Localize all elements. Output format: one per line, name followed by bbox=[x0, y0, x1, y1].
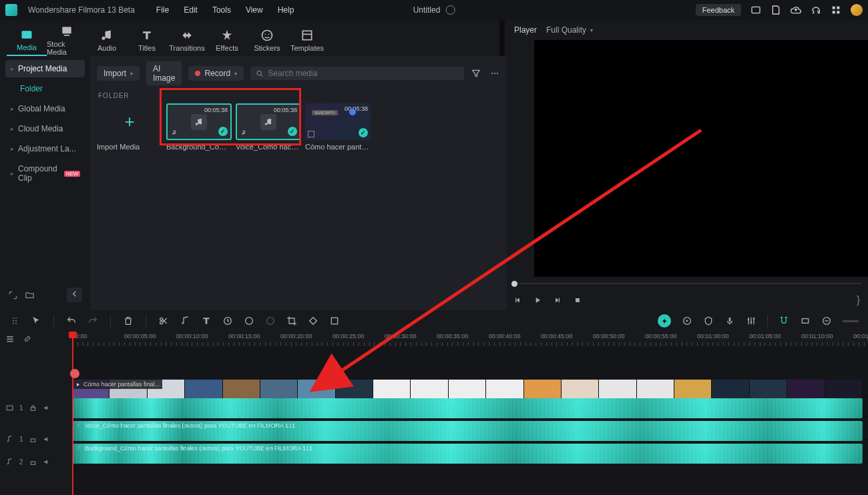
audio-track-2[interactable]: Background_Cómo hacer pantallas finales … bbox=[72, 442, 868, 462]
mute-icon[interactable] bbox=[43, 435, 51, 444]
media-card-background-audio[interactable]: 00:05:38 Background_Cómo ha... bbox=[166, 103, 232, 151]
step-forward-icon[interactable] bbox=[553, 296, 562, 305]
media-card-video[interactable]: 00:05:38 SUSCRITO Cómo hacer pantallas .… bbox=[305, 103, 371, 151]
track-manager-icon[interactable] bbox=[5, 334, 15, 344]
more-icon[interactable] bbox=[489, 68, 500, 79]
audio-track-icon bbox=[5, 435, 14, 444]
clock-icon[interactable] bbox=[244, 316, 254, 326]
lock-icon[interactable] bbox=[29, 404, 37, 412]
preview-viewport[interactable] bbox=[534, 40, 868, 277]
media-panel: Media Stock Media Audio Titles Transitio… bbox=[0, 20, 499, 310]
play-icon[interactable] bbox=[533, 296, 542, 305]
sidebar-item-project-media[interactable]: ▸Project Media bbox=[5, 60, 85, 77]
audio-track-2-header[interactable]: 2 bbox=[0, 450, 72, 473]
project-title: Untitled bbox=[413, 5, 455, 15]
keyframe-icon[interactable] bbox=[308, 316, 318, 326]
media-card-voice-audio[interactable]: 00:05:38 Voice_Cómo hacer pa... bbox=[236, 103, 301, 151]
tab-effects[interactable]: Effects bbox=[207, 24, 247, 56]
link-icon[interactable] bbox=[23, 334, 32, 344]
search-media-input[interactable] bbox=[250, 67, 464, 80]
split-icon[interactable] bbox=[158, 316, 169, 326]
tab-stock-media[interactable]: Stock Media bbox=[47, 24, 87, 56]
sidebar-item-global-media[interactable]: ▸Global Media bbox=[5, 100, 85, 117]
fit-icon[interactable] bbox=[800, 316, 811, 326]
timeline-ruler[interactable]: 00:0000:00:05:0000:00:10:0000:00:15:0000… bbox=[72, 332, 868, 346]
audio-track-1[interactable]: Voice_Cómo hacer pantallas finales (outr… bbox=[72, 420, 868, 440]
filter-icon[interactable] bbox=[471, 68, 481, 79]
color-icon[interactable] bbox=[265, 316, 276, 326]
tab-audio[interactable]: Audio bbox=[87, 24, 127, 56]
ai-button[interactable]: ✦ bbox=[658, 314, 671, 328]
feedback-button[interactable]: Feedback bbox=[696, 4, 741, 16]
tab-titles[interactable]: Titles bbox=[127, 24, 167, 56]
marker-icon[interactable] bbox=[703, 316, 714, 326]
timeline-tracks[interactable]: 00:0000:00:05:0000:00:10:0000:00:15:0000… bbox=[72, 332, 868, 495]
lock-icon[interactable] bbox=[29, 435, 37, 444]
lock-icon[interactable] bbox=[29, 458, 37, 466]
import-media-card[interactable]: + Import Media bbox=[97, 103, 162, 151]
layout-icon[interactable] bbox=[750, 5, 761, 15]
svg-point-30 bbox=[753, 318, 755, 320]
search-field[interactable] bbox=[268, 69, 459, 78]
zoom-slider[interactable] bbox=[843, 320, 859, 322]
mute-icon[interactable] bbox=[43, 404, 51, 412]
menu-edit[interactable]: Edit bbox=[184, 5, 198, 15]
text-icon[interactable] bbox=[201, 316, 212, 326]
audio-clip-background[interactable]: Background_Cómo hacer pantallas finales … bbox=[72, 444, 863, 464]
player-scrubber[interactable] bbox=[505, 277, 868, 290]
tab-stickers[interactable]: Stickers bbox=[247, 24, 287, 56]
menu-view[interactable]: View bbox=[246, 5, 263, 15]
render-icon[interactable] bbox=[682, 316, 692, 326]
audio-clip-voice[interactable]: Voice_Cómo hacer pantallas finales (outr… bbox=[72, 421, 863, 441]
ai-image-button[interactable]: AI Image bbox=[146, 61, 182, 85]
user-avatar[interactable] bbox=[851, 4, 863, 16]
zoom-out-icon[interactable] bbox=[821, 316, 832, 326]
import-button[interactable]: Import▾ bbox=[97, 66, 140, 81]
mark-out-icon[interactable]: } bbox=[857, 294, 860, 306]
expand-icon[interactable] bbox=[8, 290, 18, 300]
reorder-icon[interactable] bbox=[9, 316, 20, 326]
collapse-sidebar-button[interactable] bbox=[67, 288, 82, 302]
redo-icon[interactable] bbox=[87, 316, 98, 326]
video-clip[interactable]: Cómo hacer pantallas final... bbox=[72, 380, 863, 398]
quality-dropdown[interactable]: Full Quality▾ bbox=[546, 25, 593, 35]
sidebar-item-adjustment-layer[interactable]: ▸Adjustment La... bbox=[5, 140, 85, 157]
menu-file[interactable]: File bbox=[156, 5, 169, 15]
history-icon[interactable] bbox=[445, 5, 455, 15]
step-back-icon[interactable] bbox=[513, 296, 522, 305]
mixer-icon[interactable] bbox=[746, 316, 756, 326]
mute-icon[interactable] bbox=[43, 458, 51, 466]
tab-media[interactable]: Media bbox=[7, 24, 47, 56]
audio-edit-icon[interactable] bbox=[180, 316, 190, 326]
cloud-upload-icon[interactable] bbox=[791, 5, 801, 15]
video-audio-track[interactable] bbox=[72, 397, 868, 417]
video-audio-clip[interactable] bbox=[72, 398, 863, 418]
snap-icon[interactable] bbox=[779, 316, 789, 326]
audio-track-1-header[interactable]: 1 bbox=[0, 428, 72, 450]
sidebar-item-cloud-media[interactable]: ▸Cloud Media bbox=[5, 120, 85, 137]
speed-icon[interactable] bbox=[222, 316, 233, 326]
pointer-icon[interactable] bbox=[31, 316, 41, 326]
stop-icon[interactable] bbox=[573, 296, 582, 305]
menu-help[interactable]: Help bbox=[278, 5, 294, 15]
video-track[interactable]: Cómo hacer pantallas final... bbox=[72, 378, 868, 397]
audio-badge-icon bbox=[240, 129, 247, 136]
video-track-header[interactable]: 1 bbox=[0, 388, 72, 428]
delete-icon[interactable] bbox=[123, 316, 134, 326]
sidebar-sub-folder[interactable]: Folder bbox=[5, 80, 85, 97]
tab-templates[interactable]: Templates bbox=[287, 24, 327, 56]
sidebar-item-compound-clip[interactable]: ▸Compound ClipNEW bbox=[5, 160, 85, 187]
tab-transitions[interactable]: Transitions bbox=[167, 24, 207, 56]
apps-icon[interactable] bbox=[831, 5, 841, 15]
undo-icon[interactable] bbox=[66, 316, 77, 326]
crop-icon[interactable] bbox=[286, 316, 297, 326]
headphones-icon[interactable] bbox=[811, 5, 821, 15]
playhead-handle[interactable] bbox=[70, 369, 79, 378]
new-folder-icon[interactable] bbox=[25, 290, 35, 300]
menu-tools[interactable]: Tools bbox=[212, 5, 231, 15]
mask-icon[interactable] bbox=[329, 316, 340, 326]
save-icon[interactable] bbox=[771, 5, 781, 15]
playhead[interactable] bbox=[72, 332, 73, 495]
voiceover-icon[interactable] bbox=[724, 316, 735, 326]
record-button[interactable]: Record▾ bbox=[188, 66, 244, 81]
